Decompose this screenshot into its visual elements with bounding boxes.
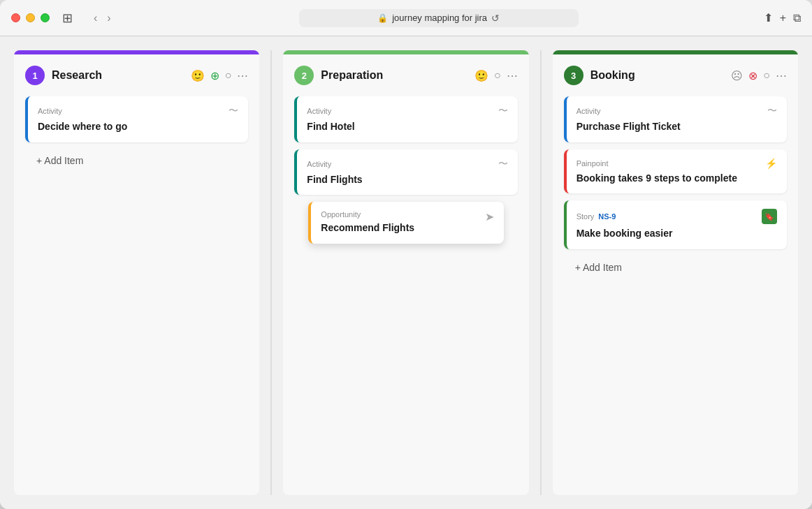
card-find-flights-type: Activity [307, 160, 331, 168]
send-icon: ➤ [485, 210, 494, 223]
card-find-flights-header: Activity 〜 [307, 158, 507, 170]
reload-button[interactable]: ↺ [491, 13, 500, 24]
column-research-icons: 🙂 ⊕ ○ ⋯ [191, 69, 249, 82]
column-preparation-title-row: 2 Preparation 🙂 ○ ⋯ [294, 66, 517, 85]
card-find-hotel[interactable]: Activity 〜 Find Hotel [294, 96, 517, 142]
column-preparation-title-left: 2 Preparation [294, 66, 383, 85]
close-button[interactable] [11, 13, 20, 22]
forward-button[interactable]: › [104, 10, 113, 26]
card-painpoint-type: Painpoint [577, 159, 609, 168]
app-window: ⊞ ‹ › 🔒 journey mapping for jira ↺ ⬆ + ⧉ [0, 0, 812, 509]
card-purchase-type: Activity [577, 107, 601, 115]
card-decide-title: Decide where to go [38, 120, 238, 134]
card-purchase-icon: 〜 [767, 105, 777, 117]
card-painpoint-icon: ⚡ [765, 158, 777, 169]
column-research-title-row: 1 Research 🙂 ⊕ ○ ⋯ [25, 66, 248, 85]
circle-icon-2[interactable]: ○ [494, 69, 501, 82]
column-booking-number: 3 [564, 66, 583, 85]
card-painpoint-title: Booking takes 9 steps to complete [577, 172, 777, 186]
column-research-title: Research [52, 69, 102, 82]
card-find-hotel-title: Find Hotel [307, 120, 507, 134]
floating-card-recommend-flights[interactable]: Opportunity Recommend Flights ➤ [308, 202, 503, 244]
titlebar-actions: ⬆ + ⧉ [764, 11, 801, 24]
x-circle-icon[interactable]: ⊗ [748, 69, 757, 82]
card-purchase-title: Purchase Flight Ticket [577, 120, 777, 134]
card-painpoint[interactable]: Painpoint ⚡ Booking takes 9 steps to com… [564, 149, 787, 194]
card-decide-icon: 〜 [229, 105, 238, 117]
check-circle-icon[interactable]: ⊕ [210, 69, 219, 82]
minimize-button[interactable] [26, 13, 35, 22]
column-booking-icons: ☹ ⊗ ○ ⋯ [731, 69, 787, 82]
column-preparation-number: 2 [294, 66, 314, 85]
card-find-flights-title: Find Flights [307, 173, 507, 187]
more-icon-2[interactable]: ⋯ [507, 69, 518, 82]
card-story[interactable]: Story NS-9 🔖 Make booking easier [564, 200, 787, 249]
column-preparation: 2 Preparation 🙂 ○ ⋯ Activity 〜 Fin [283, 50, 528, 495]
floating-card-row: Opportunity Recommend Flights ➤ [321, 210, 493, 235]
new-tab-button[interactable]: + [780, 12, 786, 24]
main-content: 1 Research 🙂 ⊕ ○ ⋯ Activity 〜 [0, 36, 812, 509]
card-story-tag: NS-9 [598, 212, 616, 221]
card-find-hotel-icon: 〜 [498, 105, 508, 117]
card-find-flights[interactable]: Activity 〜 Find Flights [294, 149, 517, 196]
more-icon[interactable]: ⋯ [237, 69, 248, 82]
card-story-title: Make booking easier [577, 227, 777, 241]
sidebar-toggle-button[interactable]: ⊞ [58, 9, 77, 27]
floating-card-content: Opportunity Recommend Flights [321, 210, 414, 235]
column-booking-title-row: 3 Booking ☹ ⊗ ○ ⋯ [564, 66, 787, 85]
more-icon-3[interactable]: ⋯ [776, 69, 787, 82]
share-button[interactable]: ⬆ [764, 11, 773, 24]
traffic-lights [11, 13, 50, 22]
maximize-button[interactable] [41, 13, 50, 22]
card-find-hotel-type: Activity [307, 107, 331, 115]
column-research-number: 1 [25, 66, 45, 85]
circle-icon[interactable]: ○ [225, 69, 232, 82]
back-button[interactable]: ‹ [91, 10, 100, 26]
floating-card-title: Recommend Flights [321, 221, 414, 235]
url-text: journey mapping for jira [392, 13, 487, 23]
card-decide-type: Activity [38, 107, 62, 115]
card-purchase-header: Activity 〜 [577, 105, 777, 117]
card-decide-where-to-go[interactable]: Activity 〜 Decide where to go [25, 96, 248, 142]
frown-icon[interactable]: ☹ [731, 69, 743, 82]
column-research-title-left: 1 Research [25, 66, 102, 85]
card-purchase-flight[interactable]: Activity 〜 Purchase Flight Ticket [564, 96, 787, 142]
column-preparation-icons: 🙂 ○ ⋯ [474, 69, 518, 82]
card-story-header: Story NS-9 🔖 [577, 209, 777, 224]
nav-buttons: ‹ › [91, 10, 114, 26]
card-story-header-left: Story NS-9 [577, 212, 616, 221]
add-item-research-button[interactable]: + Add Item [25, 149, 94, 172]
card-story-type: Story [577, 212, 595, 221]
separator-2 [540, 50, 542, 495]
column-booking-title-left: 3 Booking [564, 66, 635, 85]
card-find-flights-icon: 〜 [498, 158, 508, 170]
column-preparation-title: Preparation [321, 69, 383, 82]
separator-1 [270, 50, 272, 495]
floating-card-type: Opportunity [321, 210, 414, 219]
smile-icon-2[interactable]: 🙂 [474, 69, 488, 82]
titlebar: ⊞ ‹ › 🔒 journey mapping for jira ↺ ⬆ + ⧉ [0, 0, 812, 36]
card-find-hotel-header: Activity 〜 [307, 105, 507, 117]
url-bar[interactable]: 🔒 journey mapping for jira ↺ [299, 9, 579, 27]
tabs-button[interactable]: ⧉ [793, 12, 801, 24]
column-booking: 3 Booking ☹ ⊗ ○ ⋯ Activity 〜 [553, 50, 798, 495]
card-decide-header: Activity 〜 [38, 105, 238, 117]
column-preparation-body: 2 Preparation 🙂 ○ ⋯ Activity 〜 Fin [283, 54, 528, 495]
lock-icon: 🔒 [377, 13, 388, 23]
add-item-booking-button[interactable]: + Add Item [564, 256, 633, 279]
smile-icon[interactable]: 🙂 [191, 69, 205, 82]
column-booking-title: Booking [590, 69, 635, 82]
card-painpoint-header: Painpoint ⚡ [577, 158, 777, 169]
column-booking-body: 3 Booking ☹ ⊗ ○ ⋯ Activity 〜 [553, 54, 798, 495]
column-research-body: 1 Research 🙂 ⊕ ○ ⋯ Activity 〜 [14, 54, 259, 495]
circle-icon-3[interactable]: ○ [763, 69, 770, 82]
bookmark-icon: 🔖 [762, 209, 777, 224]
column-research: 1 Research 🙂 ⊕ ○ ⋯ Activity 〜 [14, 50, 259, 495]
